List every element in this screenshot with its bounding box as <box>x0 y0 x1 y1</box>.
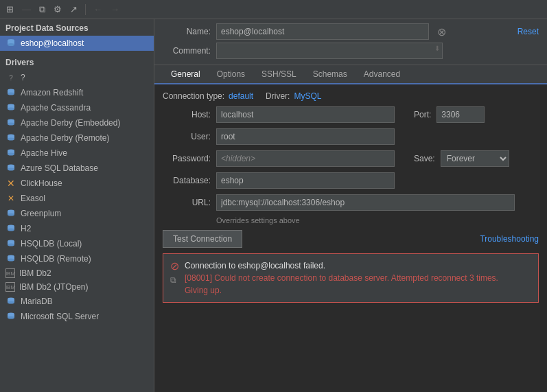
error-line2: [08001] Could not create connection to d… <box>185 272 498 284</box>
host-input[interactable] <box>216 106 395 123</box>
toolbar-icon-export[interactable]: ↗ <box>68 3 80 16</box>
toolbar-icon-copy[interactable]: ⧉ <box>37 3 47 16</box>
driver-item-cassandra[interactable]: Apache Cassandra <box>0 100 154 115</box>
port-label: Port: <box>414 110 431 119</box>
driver-label: Amazon Redshift <box>21 88 83 97</box>
tab-advanced[interactable]: Advanced <box>356 65 408 84</box>
driver-label: Apache Cassandra <box>21 103 91 113</box>
hsqldb-local-icon <box>5 238 16 249</box>
svg-point-32 <box>8 259 14 262</box>
driver-item-hsqldb-local[interactable]: HSQLDB (Local) <box>0 236 154 251</box>
error-box: ⊘ ⧉ Connection to eshop@localhost failed… <box>163 253 539 303</box>
main-container: Project Data Sources eshop@localhost Dri… <box>0 19 547 392</box>
driver-label: ? <box>21 73 25 82</box>
url-input[interactable] <box>216 194 515 211</box>
tab-schemas[interactable]: Schemas <box>305 65 356 84</box>
tab-sshssl[interactable]: SSH/SSL <box>253 65 305 84</box>
tab-general[interactable]: General <box>163 65 209 84</box>
error-icon: ⊘ <box>170 260 179 273</box>
save-select[interactable]: Forever Until restart Never <box>441 150 509 167</box>
comment-input[interactable] <box>216 43 443 59</box>
content-panel: Name: ⊗ Reset Comment: ⬇ General Options… <box>154 19 547 392</box>
driver-item-question[interactable]: ? ? <box>0 70 154 85</box>
driver-label: H2 <box>21 224 31 233</box>
svg-point-14 <box>8 138 14 141</box>
driver-item-h2[interactable]: H2 <box>0 221 154 236</box>
driver-item-clickhouse[interactable]: ✕ ClickHouse <box>0 176 154 191</box>
driver-item-greenplum[interactable]: Greenplum <box>0 206 154 221</box>
password-input[interactable] <box>216 150 395 167</box>
driver-label: Azure SQL Database <box>21 163 98 173</box>
error-icons: ⊘ ⧉ <box>170 260 179 297</box>
troubleshoot-link[interactable]: Troubleshooting <box>480 234 539 244</box>
driver-label: Apache Derby (Remote) <box>21 133 109 143</box>
driver-item-redshift[interactable]: Amazon Redshift <box>0 85 154 100</box>
host-row: Host: Port: <box>163 106 539 123</box>
driver-label: Apache Hive <box>21 148 67 158</box>
connection-type-value[interactable]: default <box>229 91 253 101</box>
exasol-icon: ✕ <box>5 193 16 204</box>
tab-options[interactable]: Options <box>209 65 253 84</box>
driver-item-mariadb[interactable]: MariaDB <box>0 294 154 309</box>
svg-point-35 <box>8 301 14 304</box>
svg-point-5 <box>8 93 14 95</box>
toolbar-icon-new[interactable]: ⊞ <box>4 3 16 16</box>
test-connection-button[interactable]: Test Connection <box>163 230 242 248</box>
svg-point-26 <box>8 229 14 231</box>
hive-icon <box>5 148 16 159</box>
toolbar-icon-settings[interactable]: ⚙ <box>51 3 64 16</box>
driver-label: Exasol <box>21 194 45 203</box>
url-row: URL: <box>163 194 539 211</box>
greenplum-icon <box>5 208 16 219</box>
ibmdb2-jtopen-icon: IBM <box>5 282 15 292</box>
driver-item-mssql[interactable]: Microsoft SQL Server <box>0 309 154 324</box>
driver-item-derby-embedded[interactable]: Apache Derby (Embedded) <box>0 115 154 130</box>
user-label: User: <box>163 132 211 141</box>
port-input[interactable] <box>437 106 485 123</box>
driver-label: MariaDB <box>21 297 53 306</box>
back-icon[interactable]: ← <box>91 3 104 16</box>
sidebar-item-label: eshop@localhost <box>21 38 84 48</box>
url-label: URL: <box>163 198 211 207</box>
forward-icon[interactable]: → <box>108 3 121 16</box>
driver-item-hive[interactable]: Apache Hive <box>0 146 154 161</box>
driver-label-static: Driver: <box>266 91 290 101</box>
drivers-title: Drivers <box>0 55 154 70</box>
database-input[interactable] <box>216 172 395 189</box>
clear-icon[interactable]: ⊗ <box>437 25 446 38</box>
driver-item-ibmdb2-jtopen[interactable]: IBM IBM Db2 (JTOpen) <box>0 280 154 294</box>
driver-label: Microsoft SQL Server <box>21 312 99 321</box>
driver-item-azure[interactable]: Azure SQL Database <box>0 161 154 176</box>
clickhouse-icon: ✕ <box>5 178 16 189</box>
driver-label: IBM Db2 <box>19 268 51 278</box>
sidebar-item-eshop[interactable]: eshop@localhost <box>0 36 154 51</box>
copy-icon[interactable]: ⧉ <box>170 275 179 285</box>
svg-point-23 <box>8 214 14 216</box>
connection-type-row: Connection type: default Driver: MySQL <box>163 91 539 101</box>
h2-icon <box>5 223 16 234</box>
tabs-bar: General Options SSH/SSL Schemas Advanced <box>154 65 547 84</box>
driver-label: Apache Derby (Embedded) <box>21 118 120 128</box>
sidebar: Project Data Sources eshop@localhost Dri… <box>0 19 154 392</box>
svg-point-2 <box>8 43 14 46</box>
comment-label: Comment: <box>163 46 211 56</box>
connection-type-label: Connection type: <box>163 91 224 101</box>
toolbar-icon-minus[interactable]: — <box>20 3 33 16</box>
name-input[interactable] <box>216 23 429 40</box>
overrides-text: Overrides settings above <box>216 216 539 224</box>
driver-label: ClickHouse <box>21 178 62 188</box>
driver-item-exasol[interactable]: ✕ Exasol <box>0 191 154 206</box>
test-row: Test Connection Troubleshooting <box>163 230 539 248</box>
save-label: Save: <box>414 154 435 163</box>
driver-label: HSQLDB (Local) <box>21 239 82 249</box>
svg-point-38 <box>8 316 14 319</box>
error-text: Connection to eshop@localhost failed. [0… <box>185 260 498 297</box>
driver-item-hsqldb-remote[interactable]: HSQLDB (Remote) <box>0 251 154 266</box>
driver-item-derby-remote[interactable]: Apache Derby (Remote) <box>0 130 154 146</box>
comment-expand-icon[interactable]: ⬇ <box>434 45 440 52</box>
reset-link[interactable]: Reset <box>517 27 539 36</box>
user-input[interactable] <box>216 128 395 145</box>
driver-item-ibmdb2[interactable]: IBM IBM Db2 <box>0 266 154 280</box>
host-label: Host: <box>163 110 211 119</box>
driver-value[interactable]: MySQL <box>294 91 321 101</box>
